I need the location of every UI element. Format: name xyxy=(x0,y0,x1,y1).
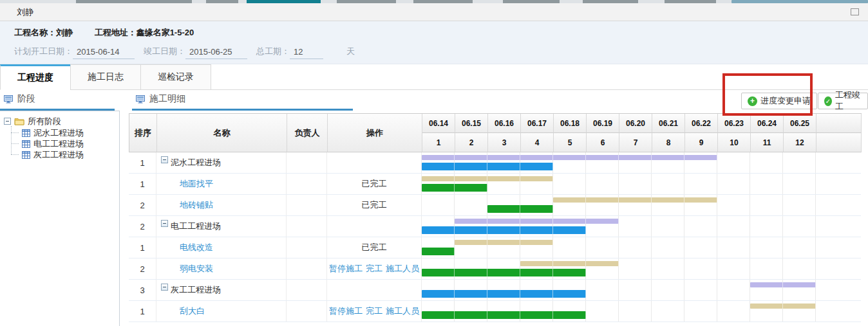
row-order: 3 xyxy=(129,280,156,300)
schedule-table: 排序 名称 负责人 操作 06.1406.1506.1606.1706.1806… xyxy=(129,113,862,322)
row-order: 2 xyxy=(129,216,156,237)
op-link[interactable]: 暂停施工 xyxy=(329,305,363,317)
gantt-filler xyxy=(816,258,861,279)
row-owner xyxy=(287,195,327,215)
tree-children: 泥水工程进场电工工程进场灰工工程进场 xyxy=(4,127,119,160)
actual-bar xyxy=(487,205,553,213)
plan-bar xyxy=(455,240,553,245)
actual-bar xyxy=(422,248,455,255)
check-circle-icon xyxy=(824,96,832,106)
gantt-daynum-cell: 4 xyxy=(521,133,554,152)
row-ops: 暂停施工完工施工人员 xyxy=(327,301,422,321)
table-row: 2地砖铺贴已完工 xyxy=(129,195,861,216)
header-ops: 操作 xyxy=(328,114,422,152)
header-owner: 负责人 xyxy=(287,114,328,152)
row-owner xyxy=(287,174,327,194)
task-name-link[interactable]: 地面找平 xyxy=(180,178,213,190)
collapse-minus-icon[interactable] xyxy=(161,284,168,291)
project-name-label: 工程名称： xyxy=(14,28,56,37)
row-name-cell: 泥水工程进场 xyxy=(156,152,287,173)
tree-root-label: 所有阶段 xyxy=(28,116,61,127)
gantt-daynum-cell: 5 xyxy=(554,133,587,152)
gantt-date-cell: 06.15 xyxy=(455,114,488,133)
row-order: 2 xyxy=(129,195,156,215)
address-label: 工程地址： xyxy=(95,28,137,37)
tab-bar: 工程进度施工日志巡检记录 xyxy=(0,64,868,90)
gantt-daynum-cell: 10 xyxy=(718,133,751,152)
tree-item-1[interactable]: 泥水工程进场 xyxy=(21,127,119,138)
gantt-row-cell xyxy=(422,280,816,300)
gantt-filler xyxy=(816,301,861,321)
progress-change-request-button[interactable]: 进度变更申请 xyxy=(741,93,817,109)
gantt-filler xyxy=(816,174,861,194)
row-owner xyxy=(287,216,327,237)
gantt-row-cell xyxy=(422,216,816,237)
monitor-icon xyxy=(136,95,146,104)
finish-date-field[interactable]: 2015-06-25 xyxy=(185,47,247,59)
task-name-link[interactable]: 弱电安装 xyxy=(180,263,213,275)
task-name-link[interactable]: 地砖铺贴 xyxy=(180,199,213,211)
collapse-minus-icon[interactable] xyxy=(161,220,168,227)
stage-tree-panel: 所有阶段 泥水工程进场电工工程进场灰工工程进场 xyxy=(0,111,120,326)
background-page-strip xyxy=(0,0,868,3)
tab-1[interactable]: 工程进度 xyxy=(0,64,71,90)
table-row: 1地面找平已完工 xyxy=(129,174,861,195)
op-link[interactable]: 完工 xyxy=(366,263,382,275)
gantt-daynum-cell: 8 xyxy=(652,133,685,152)
status-text: 已完工 xyxy=(362,242,387,253)
op-link[interactable]: 暂停施工 xyxy=(329,263,363,275)
op-link[interactable]: 完工 xyxy=(366,305,382,317)
gantt-daynum-cell: 12 xyxy=(784,133,816,152)
finish-date-label: 竣工日期： xyxy=(144,46,185,59)
table-row: 2电工工程进场 xyxy=(129,216,861,237)
gantt-daynum-cell: 9 xyxy=(685,133,718,152)
tree-item-3[interactable]: 灰工工程进场 xyxy=(21,149,119,160)
duration-field[interactable]: 12 xyxy=(290,47,323,59)
plan-bar xyxy=(422,155,717,160)
gantt-date-cell: 06.17 xyxy=(521,114,554,133)
plus-circle-icon xyxy=(748,96,757,106)
collapse-minus-icon[interactable] xyxy=(4,118,11,125)
table-icon xyxy=(22,151,30,159)
dialog-title: 刘静 xyxy=(17,6,33,18)
task-name-link[interactable]: 刮大白 xyxy=(180,305,205,317)
section-header-row: 阶段 施工明细 进度变更申请 工程竣工 xyxy=(0,90,868,111)
address-value: 鑫缘名家1-5-20 xyxy=(137,28,194,37)
table-icon xyxy=(22,140,30,148)
gantt-date-cell: 06.16 xyxy=(488,114,521,133)
gantt-daynum-row: 123456789101112 xyxy=(422,133,862,152)
tree-item-2[interactable]: 电工工程进场 xyxy=(21,138,119,149)
op-link[interactable]: 施工人员 xyxy=(386,305,419,317)
actual-bar xyxy=(422,269,586,276)
tree-root-item[interactable]: 所有阶段 xyxy=(4,116,119,127)
dialog-window: 刘静 工程名称：刘静 工程地址：鑫缘名家1-5-20 计划开工日期： 2015-… xyxy=(0,0,868,326)
progress-change-request-label: 进度变更申请 xyxy=(760,95,811,107)
row-order: 1 xyxy=(129,301,156,321)
background-tab-fragment xyxy=(76,0,192,3)
row-name-cell: 电线改造 xyxy=(156,237,287,258)
project-complete-button[interactable]: 工程竣工 xyxy=(818,93,868,109)
background-tab-fragment xyxy=(503,0,560,3)
gantt-filler xyxy=(816,152,861,173)
background-active-tab-fragment xyxy=(247,0,321,3)
row-ops: 已完工 xyxy=(327,237,422,258)
gantt-daynum-cell: 3 xyxy=(488,133,521,152)
tab-2[interactable]: 施工日志 xyxy=(70,64,141,90)
row-owner xyxy=(287,237,327,258)
gantt-row-cell xyxy=(422,152,816,173)
gantt-filler xyxy=(816,216,861,237)
tree-connector xyxy=(11,132,19,133)
restore-box-icon[interactable] xyxy=(851,8,859,15)
tab-3[interactable]: 巡检记录 xyxy=(140,64,211,90)
group-name: 灰工工程进场 xyxy=(171,284,221,296)
gantt-date-cell: 06.25 xyxy=(784,114,816,133)
gantt-row-cell xyxy=(422,258,816,279)
background-tab-fragment xyxy=(337,0,396,3)
start-date-field[interactable]: 2015-06-14 xyxy=(73,47,135,59)
tree-connector xyxy=(11,143,19,144)
row-owner xyxy=(287,152,327,173)
task-name-link[interactable]: 电线改造 xyxy=(180,242,213,253)
op-link[interactable]: 施工人员 xyxy=(386,263,419,275)
collapse-minus-icon[interactable] xyxy=(161,156,168,163)
gantt-filler xyxy=(816,280,861,300)
